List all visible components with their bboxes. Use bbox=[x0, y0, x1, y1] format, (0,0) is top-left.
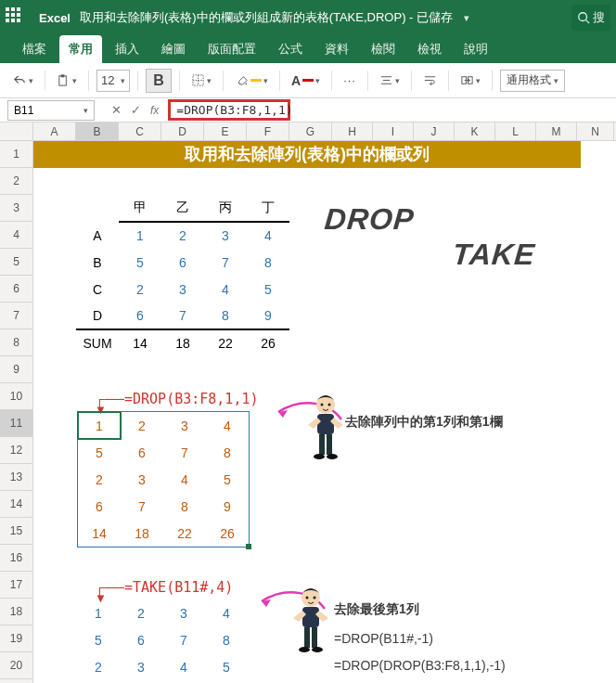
tab-view[interactable]: 檢視 bbox=[408, 35, 451, 63]
row-header[interactable]: 4 bbox=[0, 222, 33, 249]
row-header[interactable]: 12 bbox=[0, 437, 33, 464]
col-header[interactable]: C bbox=[119, 122, 161, 140]
svg-rect-24 bbox=[302, 607, 319, 627]
font-color-button[interactable]: A▾ bbox=[288, 71, 324, 91]
col-header[interactable]: H bbox=[332, 122, 373, 140]
col-header[interactable]: L bbox=[495, 122, 536, 140]
svg-line-1 bbox=[586, 20, 590, 24]
ribbon-tabs: 檔案 常用 插入 繪圖 版面配置 公式 資料 檢閱 檢視 說明 bbox=[0, 35, 616, 63]
row-header[interactable]: 15 bbox=[0, 518, 33, 545]
cancel-icon[interactable]: ✕ bbox=[111, 103, 122, 117]
tab-help[interactable]: 說明 bbox=[455, 35, 497, 63]
app-launcher-icon[interactable] bbox=[6, 7, 26, 28]
tab-review[interactable]: 檢閱 bbox=[362, 35, 404, 63]
title-banner: 取用和去除陣列(表格)中的欄或列 bbox=[33, 141, 581, 168]
row-header[interactable]: 5 bbox=[0, 249, 33, 276]
svg-point-28 bbox=[312, 647, 323, 652]
formula-input[interactable]: =DROP(B3:F8,1,1) bbox=[168, 99, 290, 121]
row-header[interactable]: 7 bbox=[0, 303, 33, 329]
worksheet[interactable]: A B C D E F G H I J K L M N 1 2 3 4 5 6 … bbox=[0, 122, 616, 683]
annotation-take-title: 去除最後第1列 bbox=[334, 601, 419, 618]
merge-button[interactable]: ▾ bbox=[456, 71, 484, 90]
svg-point-0 bbox=[579, 13, 587, 21]
row-header[interactable]: 10 bbox=[0, 383, 33, 410]
svg-rect-16 bbox=[317, 414, 334, 434]
svg-rect-17 bbox=[319, 434, 325, 455]
col-header[interactable]: D bbox=[161, 122, 204, 140]
row-header[interactable]: 11 bbox=[0, 410, 33, 437]
svg-point-20 bbox=[327, 454, 338, 459]
row-header[interactable]: 3 bbox=[0, 195, 33, 222]
row-header[interactable]: 21 bbox=[0, 679, 33, 683]
row-header[interactable]: 18 bbox=[0, 599, 33, 625]
document-title[interactable]: 取用和去除陣列(表格)中的欄或列組成新的表格(TAKE,DROP) - 已儲存 bbox=[80, 9, 453, 26]
col-header[interactable]: B bbox=[76, 122, 119, 140]
select-all-corner[interactable] bbox=[0, 122, 33, 140]
font-more-button[interactable]: ··· bbox=[340, 71, 360, 90]
formula-label-drop: =DROP(B3:F8,1,1) bbox=[124, 391, 259, 407]
svg-rect-26 bbox=[312, 627, 317, 648]
font-size-input[interactable]: 12▾ bbox=[96, 70, 130, 92]
character-icon bbox=[286, 585, 336, 662]
borders-button[interactable]: ▾ bbox=[187, 71, 215, 90]
col-header[interactable]: J bbox=[414, 122, 455, 140]
tab-draw[interactable]: 繪圖 bbox=[152, 35, 195, 63]
tab-file[interactable]: 檔案 bbox=[13, 35, 56, 63]
svg-point-19 bbox=[314, 454, 325, 459]
paste-button[interactable]: ▾ bbox=[53, 71, 81, 90]
row-header[interactable]: 19 bbox=[0, 625, 33, 652]
row-header[interactable]: 13 bbox=[0, 464, 33, 491]
row-headers: 1 2 3 4 5 6 7 8 9 10 11 12 13 14 15 16 1… bbox=[0, 141, 33, 683]
take-word: TAKE bbox=[451, 238, 536, 272]
col-header[interactable]: N bbox=[577, 122, 614, 140]
cell-area[interactable]: 取用和去除陣列(表格)中的欄或列 甲 乙 丙 丁 A1234 B5678 C23… bbox=[33, 141, 616, 683]
ribbon: ▾ ▾ 12▾ B ▾ ▾ A▾ ··· ▾ ▾ 通用格式▾ bbox=[0, 63, 616, 98]
svg-point-22 bbox=[306, 597, 309, 599]
chevron-down-icon[interactable]: ▾ bbox=[464, 12, 469, 24]
number-format-select[interactable]: 通用格式▾ bbox=[500, 70, 565, 92]
tab-insert[interactable]: 插入 bbox=[106, 35, 148, 63]
undo-button[interactable]: ▾ bbox=[9, 71, 37, 90]
row-header[interactable]: 1 bbox=[0, 141, 33, 168]
svg-point-23 bbox=[314, 597, 316, 599]
col-header[interactable]: M bbox=[536, 122, 577, 140]
enter-icon[interactable]: ✓ bbox=[131, 103, 141, 117]
row-header[interactable]: 9 bbox=[0, 356, 33, 383]
titlebar: Excel 取用和去除陣列(表格)中的欄或列組成新的表格(TAKE,DROP) … bbox=[0, 0, 616, 35]
tab-home[interactable]: 常用 bbox=[59, 35, 102, 63]
col-header[interactable]: I bbox=[373, 122, 414, 140]
bold-button[interactable]: B bbox=[146, 69, 172, 93]
tab-formulas[interactable]: 公式 bbox=[269, 35, 312, 63]
spill-handle[interactable] bbox=[246, 544, 251, 549]
tab-data[interactable]: 資料 bbox=[315, 35, 358, 63]
search-button[interactable]: 搜 bbox=[571, 5, 610, 31]
row-header[interactable]: 14 bbox=[0, 491, 33, 518]
fill-color-button[interactable]: ▾ bbox=[231, 71, 272, 90]
take-result-table: 1234 5678 2345 6789 bbox=[77, 599, 248, 683]
app-name: Excel bbox=[39, 11, 71, 25]
col-header[interactable]: A bbox=[33, 122, 76, 140]
wrap-text-button[interactable] bbox=[419, 71, 441, 90]
fx-icon[interactable]: fx bbox=[150, 104, 159, 117]
row-header[interactable]: 6 bbox=[0, 276, 33, 303]
row-header[interactable]: 8 bbox=[0, 329, 33, 356]
svg-rect-3 bbox=[61, 74, 65, 77]
formula-bar: B11▾ ✕ ✓ fx =DROP(B3:F8,1,1) bbox=[0, 98, 616, 122]
drop-result-table: 1234 5678 2345 6789 14182226 bbox=[77, 411, 250, 548]
row-header[interactable]: 2 bbox=[0, 168, 33, 195]
tab-layout[interactable]: 版面配置 bbox=[199, 35, 265, 63]
col-header[interactable]: G bbox=[289, 122, 332, 140]
row-header[interactable]: 20 bbox=[0, 652, 33, 679]
col-header[interactable]: K bbox=[455, 122, 495, 140]
svg-rect-2 bbox=[59, 76, 67, 85]
name-box[interactable]: B11▾ bbox=[7, 100, 95, 121]
col-header[interactable]: F bbox=[247, 122, 289, 140]
row-header[interactable]: 17 bbox=[0, 572, 33, 599]
svg-rect-25 bbox=[304, 627, 310, 648]
drop-word: DROP bbox=[323, 202, 416, 237]
align-middle-button[interactable]: ▾ bbox=[376, 71, 404, 90]
svg-point-27 bbox=[299, 647, 310, 652]
annotation-formula: =DROP(DROP(B3:F8,1,1),-1) bbox=[334, 658, 506, 673]
row-header[interactable]: 16 bbox=[0, 545, 33, 572]
col-header[interactable]: E bbox=[204, 122, 247, 140]
